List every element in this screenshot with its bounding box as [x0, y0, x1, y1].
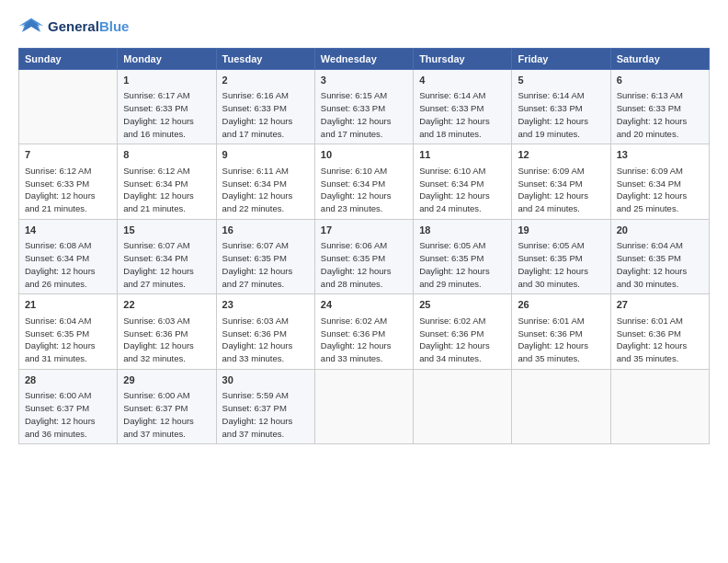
day-cell [314, 369, 413, 443]
day-number: 5 [518, 74, 604, 87]
day-info: Sunrise: 6:00 AMSunset: 6:37 PMDaylight:… [25, 389, 111, 440]
day-cell [19, 70, 118, 144]
calendar-table: SundayMondayTuesdayWednesdayThursdayFrid… [18, 48, 710, 444]
day-info: Sunrise: 6:01 AMSunset: 6:36 PMDaylight:… [617, 315, 703, 365]
day-info: Sunrise: 6:09 AMSunset: 6:34 PMDaylight:… [617, 165, 703, 215]
day-number: 14 [25, 224, 111, 237]
day-info: Sunrise: 6:07 AMSunset: 6:35 PMDaylight:… [222, 239, 309, 290]
day-info: Sunrise: 6:09 AMSunset: 6:34 PMDaylight:… [518, 165, 604, 215]
day-info: Sunrise: 6:16 AMSunset: 6:33 PMDaylight:… [222, 89, 309, 140]
day-cell: 18Sunrise: 6:05 AMSunset: 6:35 PMDayligh… [414, 219, 512, 293]
week-row-2: 7Sunrise: 6:12 AMSunset: 6:33 PMDaylight… [19, 144, 710, 219]
day-info: Sunrise: 6:14 AMSunset: 6:33 PMDaylight:… [419, 89, 506, 140]
day-cell: 28Sunrise: 6:00 AMSunset: 6:37 PMDayligh… [19, 369, 118, 443]
logo-text: GeneralBlue [48, 19, 129, 35]
day-info: Sunrise: 6:11 AMSunset: 6:34 PMDaylight:… [222, 165, 309, 215]
day-cell: 17Sunrise: 6:06 AMSunset: 6:35 PMDayligh… [314, 219, 413, 293]
column-header-tuesday: Tuesday [216, 49, 314, 70]
day-info: Sunrise: 6:04 AMSunset: 6:35 PMDaylight:… [617, 239, 703, 290]
day-number: 15 [123, 224, 210, 237]
column-header-saturday: Saturday [610, 49, 709, 70]
day-number: 26 [518, 298, 604, 312]
day-info: Sunrise: 6:17 AMSunset: 6:33 PMDaylight:… [123, 89, 210, 140]
day-number: 9 [222, 148, 309, 162]
day-cell: 9Sunrise: 6:11 AMSunset: 6:34 PMDaylight… [216, 144, 314, 219]
day-number: 21 [25, 298, 111, 312]
day-number: 23 [222, 298, 309, 312]
day-number: 13 [617, 148, 703, 162]
day-info: Sunrise: 6:07 AMSunset: 6:34 PMDaylight:… [123, 239, 210, 290]
day-cell: 24Sunrise: 6:02 AMSunset: 6:36 PMDayligh… [314, 294, 413, 369]
day-cell: 3Sunrise: 6:15 AMSunset: 6:33 PMDaylight… [314, 70, 413, 144]
week-row-1: 1Sunrise: 6:17 AMSunset: 6:33 PMDaylight… [19, 70, 710, 144]
header-row: SundayMondayTuesdayWednesdayThursdayFrid… [19, 49, 710, 70]
day-info: Sunrise: 6:03 AMSunset: 6:36 PMDaylight:… [123, 315, 210, 365]
day-info: Sunrise: 6:14 AMSunset: 6:33 PMDaylight:… [518, 89, 604, 140]
day-info: Sunrise: 6:03 AMSunset: 6:36 PMDaylight:… [222, 315, 309, 365]
day-number: 24 [321, 298, 407, 312]
day-number: 4 [419, 74, 506, 87]
day-info: Sunrise: 6:05 AMSunset: 6:35 PMDaylight:… [518, 239, 604, 290]
column-header-friday: Friday [512, 49, 610, 70]
day-cell [610, 369, 709, 443]
day-number: 7 [25, 148, 111, 162]
day-number: 22 [123, 298, 210, 312]
day-info: Sunrise: 6:06 AMSunset: 6:35 PMDaylight:… [321, 239, 407, 290]
day-cell: 16Sunrise: 6:07 AMSunset: 6:35 PMDayligh… [216, 219, 314, 293]
week-row-5: 28Sunrise: 6:00 AMSunset: 6:37 PMDayligh… [19, 369, 710, 443]
day-info: Sunrise: 6:04 AMSunset: 6:35 PMDaylight:… [25, 315, 111, 365]
day-number: 11 [419, 148, 506, 162]
day-cell: 14Sunrise: 6:08 AMSunset: 6:34 PMDayligh… [19, 219, 118, 293]
day-info: Sunrise: 6:15 AMSunset: 6:33 PMDaylight:… [321, 89, 407, 140]
day-cell: 7Sunrise: 6:12 AMSunset: 6:33 PMDaylight… [19, 144, 118, 219]
day-cell: 12Sunrise: 6:09 AMSunset: 6:34 PMDayligh… [512, 144, 610, 219]
day-cell: 26Sunrise: 6:01 AMSunset: 6:36 PMDayligh… [512, 294, 610, 369]
column-header-wednesday: Wednesday [314, 49, 413, 70]
column-header-monday: Monday [118, 49, 216, 70]
day-info: Sunrise: 6:08 AMSunset: 6:34 PMDaylight:… [25, 239, 111, 290]
day-info: Sunrise: 6:13 AMSunset: 6:33 PMDaylight:… [617, 89, 703, 140]
day-info: Sunrise: 5:59 AMSunset: 6:37 PMDaylight:… [222, 389, 309, 440]
column-header-thursday: Thursday [414, 49, 512, 70]
day-cell: 27Sunrise: 6:01 AMSunset: 6:36 PMDayligh… [610, 294, 709, 369]
day-cell [414, 369, 512, 443]
day-cell: 25Sunrise: 6:02 AMSunset: 6:36 PMDayligh… [414, 294, 512, 369]
day-number: 2 [222, 74, 309, 87]
day-number: 6 [617, 74, 703, 87]
day-number: 29 [123, 373, 210, 387]
day-cell [512, 369, 610, 443]
day-number: 12 [518, 148, 604, 162]
header: GeneralBlue [18, 17, 710, 37]
day-number: 25 [419, 298, 506, 312]
week-row-3: 14Sunrise: 6:08 AMSunset: 6:34 PMDayligh… [19, 219, 710, 293]
day-number: 19 [518, 224, 604, 237]
day-number: 17 [321, 224, 407, 237]
day-info: Sunrise: 6:02 AMSunset: 6:36 PMDaylight:… [419, 315, 506, 365]
day-cell: 21Sunrise: 6:04 AMSunset: 6:35 PMDayligh… [19, 294, 118, 369]
day-number: 1 [123, 74, 210, 87]
day-cell: 19Sunrise: 6:05 AMSunset: 6:35 PMDayligh… [512, 219, 610, 293]
day-number: 20 [617, 224, 703, 237]
day-info: Sunrise: 6:12 AMSunset: 6:34 PMDaylight:… [123, 165, 210, 215]
day-info: Sunrise: 6:12 AMSunset: 6:33 PMDaylight:… [25, 165, 111, 215]
day-number: 3 [321, 74, 407, 87]
day-cell: 4Sunrise: 6:14 AMSunset: 6:33 PMDaylight… [414, 70, 512, 144]
day-cell: 23Sunrise: 6:03 AMSunset: 6:36 PMDayligh… [216, 294, 314, 369]
day-info: Sunrise: 6:02 AMSunset: 6:36 PMDaylight:… [321, 315, 407, 365]
day-number: 18 [419, 224, 506, 237]
day-number: 8 [123, 148, 210, 162]
day-cell: 22Sunrise: 6:03 AMSunset: 6:36 PMDayligh… [118, 294, 216, 369]
day-number: 16 [222, 224, 309, 237]
day-info: Sunrise: 6:00 AMSunset: 6:37 PMDaylight:… [123, 389, 210, 440]
day-cell: 30Sunrise: 5:59 AMSunset: 6:37 PMDayligh… [216, 369, 314, 443]
day-cell: 13Sunrise: 6:09 AMSunset: 6:34 PMDayligh… [610, 144, 709, 219]
day-number: 10 [321, 148, 407, 162]
day-number: 28 [25, 373, 111, 387]
day-number: 30 [222, 373, 309, 387]
day-cell: 20Sunrise: 6:04 AMSunset: 6:35 PMDayligh… [610, 219, 709, 293]
day-cell: 11Sunrise: 6:10 AMSunset: 6:34 PMDayligh… [414, 144, 512, 219]
logo-icon [18, 17, 44, 37]
day-info: Sunrise: 6:01 AMSunset: 6:36 PMDaylight:… [518, 315, 604, 365]
day-cell: 10Sunrise: 6:10 AMSunset: 6:34 PMDayligh… [314, 144, 413, 219]
day-info: Sunrise: 6:10 AMSunset: 6:34 PMDaylight:… [419, 165, 506, 215]
